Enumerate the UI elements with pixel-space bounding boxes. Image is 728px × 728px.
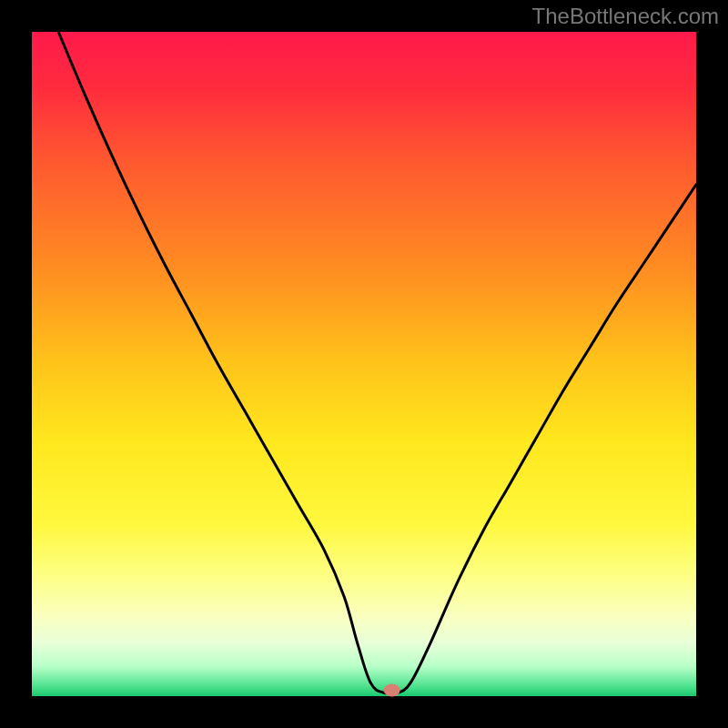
optimum-marker (384, 683, 400, 696)
chart-frame: { "watermark": "TheBottleneck.com", "cha… (0, 0, 728, 728)
watermark-text: TheBottleneck.com (532, 4, 719, 29)
bottleneck-chart (0, 0, 728, 728)
chart-background (32, 32, 696, 696)
